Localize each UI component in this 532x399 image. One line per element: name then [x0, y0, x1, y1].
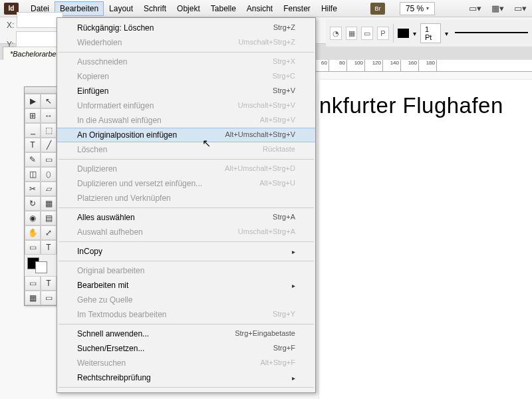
menu-item-wiederholen: WiederholenUmschalt+Strg+Z [57, 35, 315, 50]
menu-item-platzieren-und-verkn-pfen: Platzieren und Verknüpfen [57, 191, 315, 205]
ruler-tick: 120 [365, 60, 383, 71]
tool-button[interactable]: ╱ [41, 138, 57, 152]
menu-item-original-bearbeiten: Original bearbeiten [57, 263, 315, 278]
view-normal-icon[interactable]: ▦ [25, 291, 41, 305]
effects-icon[interactable]: ◔ [330, 27, 342, 40]
stroke-swatch-palette[interactable] [35, 261, 47, 273]
doc-tab[interactable]: *Bachelorarbe [3, 47, 64, 60]
tool-button[interactable]: ↖ [41, 94, 57, 108]
tool-button[interactable]: ▦ [41, 196, 57, 211]
menu-item-einf-gen[interactable]: EinfügenStrg+V [57, 84, 315, 98]
menu-objekt[interactable]: Objekt [172, 1, 205, 16]
menu-item-suchen-ersetzen[interactable]: Suchen/Ersetzen...Strg+F [57, 341, 315, 356]
menu-item-bearbeiten-mit[interactable]: Bearbeiten mit [57, 278, 315, 293]
ruler-tick: 160 [401, 60, 419, 71]
tool-button[interactable]: ▶ [25, 94, 41, 108]
menu-item-im-textmodus-bearbeiten: Im Textmodus bearbeitenStrg+Y [57, 307, 315, 322]
tool-button[interactable]: ⊞ [25, 108, 41, 123]
tool-button[interactable]: ⤢ [41, 225, 57, 240]
menu-item-unformatiert-einf-gen: Unformatiert einfügenUmschalt+Strg+V [57, 98, 315, 113]
menu-item-l-schen: LöschenRücktaste [57, 142, 315, 157]
tool-button[interactable]: ⎯ [25, 123, 41, 138]
menu-item-alles-ausw-hlen[interactable]: Alles auswählenStrg+A [57, 210, 315, 225]
menu-item-rechtschreibpr-fung[interactable]: Rechtschreibprüfung [57, 370, 315, 385]
ruler-tick: 80 [329, 60, 347, 71]
tool-button[interactable]: ▭ [25, 240, 41, 255]
menu-item-kopieren: KopierenStrg+C [57, 69, 315, 84]
tool-button[interactable]: ◫ [25, 167, 41, 182]
ruler-tick: 100 [347, 60, 365, 71]
edit-menu-dropdown: Rückgängig: LöschenStrg+ZWiederholenUmsc… [57, 17, 316, 393]
menu-schrift[interactable]: Schrift [138, 1, 172, 16]
menu-item-auswahl-aufheben: Auswahl aufhebenUmschalt+Strg+A [57, 225, 315, 239]
tool-button[interactable]: ▤ [41, 211, 57, 225]
tool-button[interactable]: ◉ [25, 211, 41, 225]
view-preview-icon[interactable]: ▭ [41, 291, 57, 305]
tool-button[interactable]: T [41, 240, 57, 255]
para-icon[interactable]: P [377, 27, 389, 40]
y-field[interactable] [16, 31, 63, 47]
tool-button[interactable]: ⬯ [41, 167, 57, 182]
screen-mode-icon[interactable]: ▦▾ [489, 3, 505, 15]
view-mode-icon[interactable]: ▭▾ [467, 3, 483, 15]
menu-item-ausschneiden: AusschneidenStrg+X [57, 55, 315, 69]
control-bar-right: ◔ ▦ ▭ P ▾ 1 Pt ▾ [326, 20, 532, 47]
menu-item-duplizieren: DuplizierenAlt+Umschalt+Strg+D [57, 162, 315, 176]
menu-fenster[interactable]: Fenster [278, 1, 316, 16]
tool-button[interactable]: ↔ [41, 108, 57, 123]
tool-button[interactable]: ✂ [25, 182, 41, 196]
menu-item-r-ckg-ngig-l-schen[interactable]: Rückgängig: LöschenStrg+Z [57, 21, 315, 35]
format-container-icon[interactable]: ▭ [25, 276, 41, 291]
tool-button[interactable]: ▭ [41, 152, 57, 167]
menu-layout[interactable]: Layout [104, 1, 138, 16]
tool-palette: ▶↖⊞↔⎯⬚T╱✎▭◫⬯✂▱↻▦◉▤✋⤢▭T ▭ T ▦ ▭ [24, 86, 57, 306]
tool-button[interactable]: ▱ [41, 182, 57, 196]
tool-button[interactable]: ✋ [25, 225, 41, 240]
tool-button[interactable]: ↻ [25, 196, 41, 211]
menu-item-an-originalposition-einf-gen[interactable]: An Originalposition einfügenAlt+Umschalt… [57, 128, 315, 142]
menu-item-incopy[interactable]: InCopy [57, 244, 315, 259]
menu-item-in-die-auswahl-einf-gen: In die Auswahl einfügenAlt+Strg+V [57, 113, 315, 128]
stroke-weight[interactable]: 1 Pt [420, 23, 441, 43]
menu-ansicht[interactable]: Ansicht [241, 1, 278, 16]
arrange-icon[interactable]: ▭▾ [512, 3, 528, 15]
tool-button[interactable]: ⬚ [41, 123, 57, 138]
ruler-tick: 140 [383, 60, 401, 71]
format-text-icon[interactable]: T [41, 276, 57, 291]
menu-item-schnell-anwenden[interactable]: Schnell anwenden...Strg+Eingabetaste [57, 327, 315, 341]
stroke-swatch[interactable] [398, 29, 409, 38]
page[interactable]: nkfurter Flughafen [319, 80, 532, 399]
tool-button[interactable]: T [25, 138, 41, 152]
menu-item-gehe-zu-quelle: Gehe zu Quelle [57, 293, 315, 307]
corner-icon[interactable]: ▭ [361, 27, 373, 40]
x-label: X: [7, 21, 14, 30]
menubar: Id DateiBearbeitenLayoutSchriftObjektTab… [0, 0, 532, 17]
menu-item-duplizieren-und-versetzt-einf-gen: Duplizieren und versetzt einfügen...Alt+… [57, 176, 315, 191]
ruler-tick: 180 [419, 60, 437, 71]
wrap-icon[interactable]: ▦ [346, 27, 358, 40]
menu-hilfe[interactable]: Hilfe [316, 1, 342, 16]
headline-text: nkfurter Flughafen [319, 93, 532, 118]
menu-tabelle[interactable]: Tabelle [205, 1, 241, 16]
stroke-style-preview[interactable] [455, 32, 528, 39]
tool-button[interactable]: ✎ [25, 152, 41, 167]
zoom-select[interactable]: 75 % [400, 2, 435, 15]
bridge-badge[interactable]: Br [370, 3, 385, 15]
menu-item-weitersuchen: WeitersuchenAlt+Strg+F [57, 356, 315, 370]
palette-grip[interactable] [25, 87, 57, 94]
